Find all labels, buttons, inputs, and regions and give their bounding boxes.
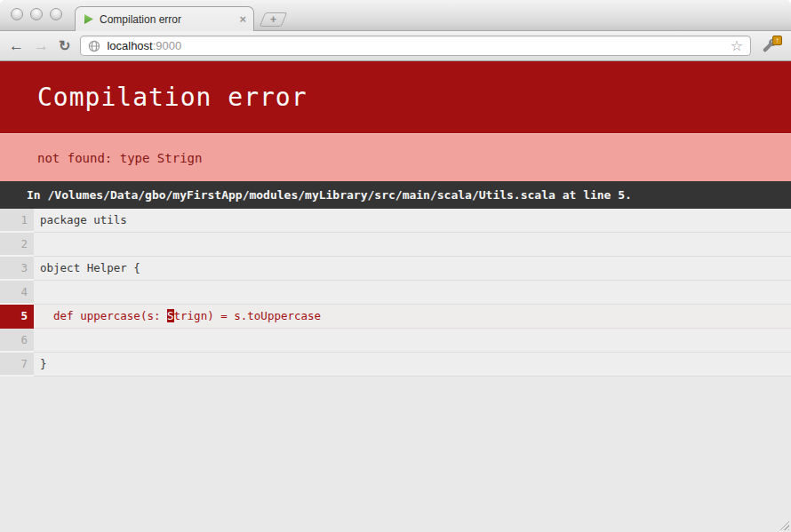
line-number: 4 xyxy=(0,281,34,305)
page-background xyxy=(0,377,791,532)
line-number-error: 5 xyxy=(0,305,34,329)
wrench-menu-button[interactable]: ↑ xyxy=(761,36,782,57)
line-number: 2 xyxy=(0,233,34,257)
reload-button[interactable]: ↻ xyxy=(59,39,70,53)
address-text: localhost:9000 xyxy=(107,39,181,52)
code-line-4: 4 xyxy=(0,281,791,305)
browser-tab[interactable]: Compilation error × xyxy=(75,6,254,31)
error-marker: S xyxy=(167,309,174,322)
error-location: In /Volumes/Data/gbo/myFirstApp/modules/… xyxy=(27,188,632,202)
zoom-window-button[interactable] xyxy=(50,8,62,20)
browser-window: Compilation error × + ← → ↻ localhost:90… xyxy=(0,0,791,532)
code-post: trign) = s.toUppercase xyxy=(174,309,322,322)
tab-close-icon[interactable]: × xyxy=(239,13,246,25)
address-host: localhost xyxy=(107,39,152,52)
error-location-bar: In /Volumes/Data/gbo/myFirstApp/modules/… xyxy=(0,181,791,209)
line-number: 1 xyxy=(0,209,34,233)
new-tab-button[interactable]: + xyxy=(260,12,287,27)
window-controls xyxy=(11,8,62,20)
line-code xyxy=(34,329,791,353)
back-button[interactable]: ← xyxy=(9,38,24,53)
line-number: 7 xyxy=(0,353,34,377)
play-favicon-icon xyxy=(83,13,94,25)
globe-icon xyxy=(88,40,100,52)
line-code xyxy=(34,233,791,257)
browser-toolbar: ← → ↻ localhost:9000 ☆ ↑ xyxy=(0,31,791,61)
error-message: not found: type Strign xyxy=(37,151,202,165)
bookmark-star-icon[interactable]: ☆ xyxy=(731,39,743,53)
tab-title: Compilation error xyxy=(100,13,234,26)
line-code: object Helper { xyxy=(34,257,791,281)
line-code xyxy=(34,281,791,305)
update-badge: ↑ xyxy=(772,36,782,45)
line-code: } xyxy=(34,353,791,377)
code-line-5-error: 5 def uppercase(s: Strign) = s.toUpperca… xyxy=(0,305,791,329)
error-page: Compilation error not found: type Strign… xyxy=(0,61,791,532)
code-line-3: 3 object Helper { xyxy=(0,257,791,281)
address-port: :9000 xyxy=(153,39,182,52)
address-bar[interactable]: localhost:9000 ☆ xyxy=(80,36,751,56)
error-header: Compilation error xyxy=(0,61,791,133)
page-title: Compilation error xyxy=(37,83,308,112)
code-pre: def uppercase(s: xyxy=(40,309,167,322)
code-listing: 1 package utils 2 3 object Helper { 4 5 … xyxy=(0,209,791,377)
error-message-banner: not found: type Strign xyxy=(0,133,791,181)
line-number: 6 xyxy=(0,329,34,353)
tab-strip: Compilation error × + xyxy=(0,0,791,31)
code-line-2: 2 xyxy=(0,233,791,257)
forward-button[interactable]: → xyxy=(34,38,49,53)
plus-icon: + xyxy=(270,14,276,25)
code-line-7: 7 } xyxy=(0,353,791,377)
line-number: 3 xyxy=(0,257,34,281)
close-window-button[interactable] xyxy=(11,8,23,20)
minimize-window-button[interactable] xyxy=(30,8,43,20)
code-line-6: 6 xyxy=(0,329,791,353)
code-line-1: 1 package utils xyxy=(0,209,791,233)
line-code-error: def uppercase(s: Strign) = s.toUppercase xyxy=(34,305,791,329)
line-code: package utils xyxy=(34,209,791,233)
